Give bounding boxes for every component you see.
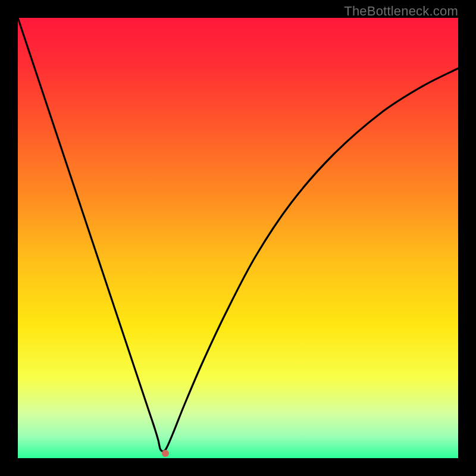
curve-layer <box>18 18 458 458</box>
plot-area <box>18 18 458 458</box>
chart-frame: TheBottleneck.com <box>0 0 476 476</box>
bottleneck-curve <box>18 18 458 452</box>
watermark-text: TheBottleneck.com <box>344 4 458 19</box>
min-dot-marker <box>162 450 169 457</box>
